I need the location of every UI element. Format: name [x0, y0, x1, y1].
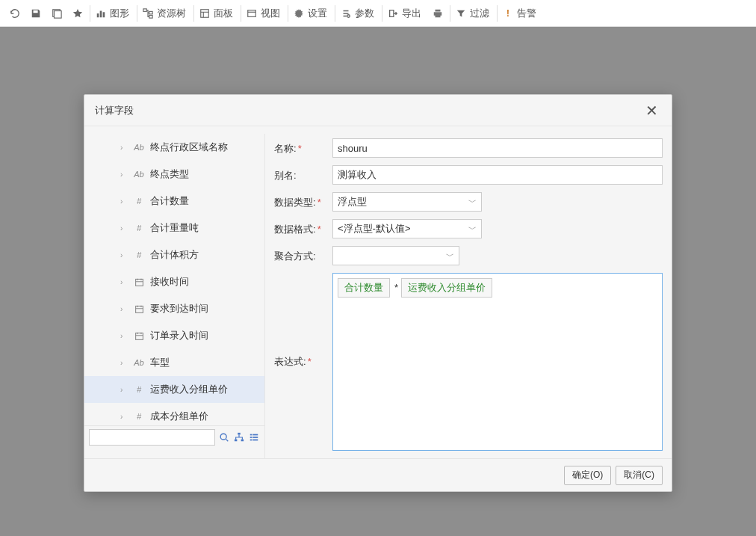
saveas-button[interactable] — [48, 5, 66, 22]
tree-item-label: 终点行政区域名称 — [150, 141, 228, 154]
tree-item[interactable]: ›接收时间 — [84, 268, 264, 295]
modal-title: 计算字段 — [95, 104, 134, 117]
chevron-down-icon: ﹀ — [468, 224, 477, 235]
view-label: 视图 — [261, 7, 280, 20]
export-button[interactable]: 导出 — [382, 5, 426, 22]
tree-search-input[interactable] — [89, 429, 215, 446]
tree-item[interactable]: ›#合计数量 — [84, 188, 264, 215]
date-type-icon — [132, 331, 146, 341]
filter-button[interactable]: 过滤 — [450, 5, 494, 22]
panel-label: 面板 — [214, 7, 233, 20]
filter-icon — [455, 7, 467, 19]
dtype-label: 数据类型:* — [274, 192, 332, 209]
form-panel: 名称:* 别名: 数据类型:* 浮点型 ﹀ — [265, 134, 672, 458]
tree-item[interactable]: ›Ab终点类型 — [84, 161, 264, 188]
expr-label: 表达式:* — [274, 273, 332, 369]
params-button[interactable]: 参数 — [335, 5, 379, 22]
search-icon[interactable] — [218, 431, 230, 443]
expand-arrow-icon: › — [120, 332, 128, 340]
star-button[interactable] — [69, 5, 87, 22]
alert-button[interactable]: ! 告警 — [497, 5, 541, 22]
tree-item[interactable]: ›#成本分组单价 — [84, 403, 264, 425]
chart-label: 图形 — [110, 7, 129, 20]
dformat-select[interactable]: <浮点型-默认值> ﹀ — [332, 219, 482, 238]
date-type-icon — [132, 277, 146, 287]
svg-rect-4 — [103, 12, 105, 17]
tree-item-label: 合计体积方 — [150, 248, 199, 262]
svg-rect-23 — [252, 439, 258, 440]
panel-icon — [199, 7, 211, 19]
tree-item[interactable]: ›#合计体积方 — [84, 241, 264, 268]
expr-token[interactable]: 运费收入分组单价 — [401, 278, 492, 298]
tree-item[interactable]: ›#运费收入分组单价 — [84, 376, 264, 403]
agg-label: 聚合方式: — [274, 246, 332, 263]
text-type-icon: Ab — [132, 143, 146, 152]
svg-rect-19 — [252, 434, 258, 435]
save-button[interactable] — [27, 5, 45, 22]
tree-item-label: 成本分组单价 — [150, 410, 208, 423]
agg-select[interactable]: ﹀ — [332, 246, 459, 265]
close-icon[interactable]: ✕ — [642, 102, 661, 120]
svg-rect-8 — [201, 9, 209, 17]
tree-search-bar — [84, 425, 264, 448]
svg-rect-6 — [149, 11, 152, 14]
svg-rect-17 — [241, 439, 244, 441]
hierarchy-icon[interactable] — [233, 431, 245, 443]
tree-item[interactable]: ›要求到达时间 — [84, 295, 264, 322]
settings-button[interactable]: 设置 — [288, 5, 332, 22]
svg-rect-11 — [135, 279, 143, 286]
text-type-icon: Ab — [132, 358, 146, 367]
gear-icon — [293, 7, 305, 19]
resource-tree-label: 资源树 — [157, 7, 186, 20]
list-icon[interactable] — [248, 431, 260, 443]
svg-rect-5 — [143, 8, 146, 11]
panel-button[interactable]: 面板 — [193, 5, 238, 22]
expr-operator: * — [394, 282, 398, 293]
svg-rect-13 — [135, 333, 143, 339]
svg-point-14 — [220, 434, 226, 440]
expression-editor[interactable]: 合计数量*运费收入分组单价 — [332, 273, 663, 451]
refresh-button[interactable] — [6, 5, 24, 22]
star-icon — [72, 7, 84, 19]
tree-item-label: 车型 — [150, 356, 170, 369]
tree-item[interactable]: ›Ab终点行政区域名称 — [84, 134, 264, 161]
modal-footer: 确定(O) 取消(C) — [84, 458, 672, 491]
expand-arrow-icon: › — [120, 413, 128, 421]
ok-button[interactable]: 确定(O) — [564, 466, 611, 485]
chart-button[interactable]: 图形 — [90, 5, 134, 22]
resource-tree-button[interactable]: 资源树 — [137, 5, 190, 22]
cancel-button[interactable]: 取消(C) — [616, 466, 663, 485]
tree-item-label: 合计数量 — [150, 194, 189, 208]
calc-field-dialog: 计算字段 ✕ ›Ab终点行政区域名称›Ab终点类型›#合计数量›#合计重量吨›#… — [84, 94, 672, 492]
svg-rect-7 — [149, 15, 152, 18]
view-button[interactable]: 视图 — [241, 5, 285, 22]
svg-rect-12 — [135, 306, 143, 312]
print-icon — [432, 7, 444, 19]
tree-icon — [142, 7, 154, 19]
modal-overlay: 计算字段 ✕ ›Ab终点行政区域名称›Ab终点类型›#合计数量›#合计重量吨›#… — [0, 27, 756, 536]
tree-item[interactable]: ›#合计重量吨 — [84, 215, 264, 241]
expr-token[interactable]: 合计数量 — [338, 278, 390, 298]
expand-arrow-icon: › — [120, 251, 128, 259]
expand-arrow-icon: › — [120, 278, 128, 286]
modal-header: 计算字段 ✕ — [84, 95, 672, 126]
expand-arrow-icon: › — [120, 170, 128, 179]
refresh-icon — [9, 7, 21, 19]
number-type-icon: # — [132, 412, 146, 421]
print-button[interactable] — [429, 5, 447, 22]
expand-arrow-icon: › — [120, 359, 128, 367]
saveas-icon — [51, 7, 63, 19]
tree-item[interactable]: ›订单录入时间 — [84, 322, 264, 349]
dformat-label: 数据格式:* — [274, 219, 332, 236]
svg-rect-20 — [250, 437, 252, 438]
alias-input[interactable] — [332, 165, 663, 185]
dtype-select[interactable]: 浮点型 ﹀ — [332, 192, 482, 212]
field-tree[interactable]: ›Ab终点行政区域名称›Ab终点类型›#合计数量›#合计重量吨›#合计体积方›接… — [84, 134, 264, 425]
name-input[interactable] — [332, 138, 663, 158]
svg-rect-15 — [238, 432, 241, 434]
tree-item[interactable]: ›Ab车型 — [84, 349, 264, 376]
modal-body: ›Ab终点行政区域名称›Ab终点类型›#合计数量›#合计重量吨›#合计体积方›接… — [84, 126, 672, 458]
tree-item-label: 要求到达时间 — [150, 302, 208, 315]
tree-item-label: 合计重量吨 — [150, 221, 199, 235]
svg-rect-9 — [248, 10, 256, 16]
